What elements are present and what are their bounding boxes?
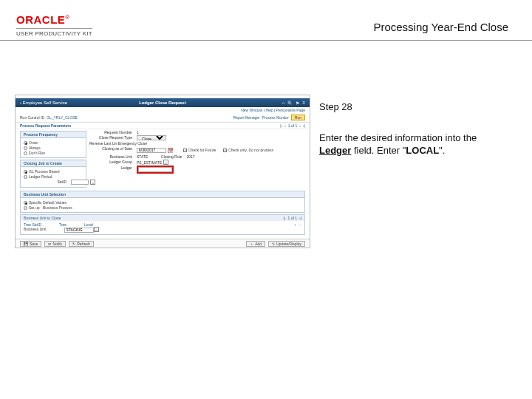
bu-row-lookup-icon[interactable]: ⌕ [94,227,99,232]
header-divider [0,40,532,41]
chk-future[interactable] [183,149,187,152]
asof-input[interactable] [137,148,166,153]
bu-pager-text: 1 of 1 [288,216,298,220]
freq-once-radio[interactable] [24,141,27,145]
home-icon[interactable]: ⌂ [282,100,285,106]
bu-row-label: Business Unit [24,227,47,233]
instr-local-word: LOCAL [406,145,439,156]
ledger-input[interactable] [138,167,172,172]
req-pager: |‹ ‹ 1 of 1 › ›| [280,123,305,128]
app-footer: 💾Save ✉Notify ↻Refresh ＋Add ✎Update/Disp… [16,239,310,248]
run-button[interactable]: Run [291,115,305,120]
instr-seg-b: field. Enter " [351,145,406,156]
freq-header: Process Frequency [21,132,86,138]
unit-value: STATE [137,154,148,159]
nav-crumbs[interactable]: New Window | Help | Personalize Page [16,107,310,113]
run-control-row: Run Control ID GL_YRLY_CLOSE Report Mana… [16,113,310,123]
bu-pager: |‹ 1 of 1 ›| [284,216,301,220]
instr-seg-a: Enter the desired information into the [319,132,477,143]
oracle-wordmark: ORACLE [16,13,65,26]
req-num-label: Request Number [89,130,132,134]
freq-dont-label: Don't Run [29,151,45,155]
process-monitor-link[interactable]: Process Monitor [262,115,289,120]
pager-next[interactable]: › [299,123,301,128]
chk-future-label: Check for Future [188,148,216,152]
instruction-text: Enter the desired information into the L… [319,132,511,157]
oracle-logo: ORACLE® [16,13,92,27]
plus-icon: ＋ [250,242,253,246]
report-mgr-link[interactable]: Report Manager [233,115,260,120]
update-display-button[interactable]: ✎Update/Display [268,241,305,247]
runctl-label: Run Control ID [20,115,44,120]
refresh-icon: ↻ [72,242,75,246]
process-frequency-panel: Process Frequency Once Always Don't Run [20,131,86,158]
page-title: Processing Year-End Close [373,21,508,33]
bu-row-input[interactable] [64,228,94,233]
notify-icon: ✉ [48,242,51,246]
upk-subtitle: USER PRODUCTIVITY KIT [16,28,92,37]
freq-dont-radio[interactable] [24,151,27,155]
ledger-field-highlight [137,166,174,174]
setid-input[interactable] [71,180,89,185]
nav-page-title: Ledger Close Request [139,100,185,105]
bu-header-label: Business Unit to Close [24,216,61,220]
refresh-button[interactable]: ↻Refresh [69,241,94,247]
app-navbar: ‹ Employee Self Service Ledger Close Req… [16,98,310,107]
sel-group-label: Set up - Business Process [29,205,72,210]
bu-pager-last[interactable]: ›| [299,216,301,220]
setid-label: SetID [24,180,66,185]
rule-label: Closing Rule [152,154,182,159]
add-button[interactable]: ＋Add [246,241,265,247]
sel-values-label: Specific Default Values [29,200,66,205]
journal-b-label: Ledger Period [29,174,52,179]
bu-pager-first[interactable]: |‹ [284,216,286,220]
search-icon[interactable]: 🔍 [287,100,293,106]
selection-panel: Business Unit Selection Specific Default… [20,191,305,213]
instr-seg-c: ". [439,145,445,156]
flag-icon[interactable]: ⚑ [296,100,299,106]
ledger-label: Ledger [89,166,132,174]
pager-prev[interactable]: ‹ [284,123,286,128]
asof-label: Closing as of Date [89,146,132,154]
bu-row-add[interactable]: ＋ － [293,222,301,227]
req-header: Process Request Parameters [20,123,71,128]
pager-pos: 1 of 1 [288,123,298,128]
group-label: Ledger Group [89,160,132,165]
bu-grid-body: Tree SetID Tree Level ＋ － Business Unit … [20,221,305,235]
group-lookup-icon[interactable]: ⌕ [163,160,168,165]
group-value: PS_ESTIMATE [137,160,162,165]
chk-only-label: Check only, Do not process [228,148,273,152]
notify-button[interactable]: ✉Notify [44,241,66,247]
runctl-value: GL_YRLY_CLOSE [47,115,78,120]
sel-group-radio[interactable] [24,206,27,210]
request-bar: Process Request Parameters |‹ ‹ 1 of 1 ›… [16,123,310,129]
step-number: Step 28 [319,100,511,114]
pager-first[interactable]: |‹ [280,123,282,128]
sel-values-radio[interactable] [24,201,27,205]
update-icon: ✎ [272,242,275,246]
menu-icon[interactable]: ≡ [302,100,305,106]
chk-only[interactable] [223,149,227,152]
oracle-tm: ® [65,14,69,21]
close-req-select[interactable]: Close [137,135,166,140]
freq-always-label: Always [29,146,41,150]
req-num-value: 1 [137,130,139,134]
journal-b-radio[interactable] [24,175,27,179]
brand-block: ORACLE® USER PRODUCTIVITY KIT [16,13,92,37]
reverse-label: Reverse Last Un Emergency Close [89,141,147,146]
close-req-label: Close Request Type [89,135,132,140]
calendar-icon[interactable]: 📅 [168,148,173,153]
instr-ledger-word: Ledger [319,145,351,156]
journal-header: Closing Job to Create [21,160,86,167]
freq-once-label: Once [29,140,38,145]
instruction-panel: Step 28 Enter the desired information in… [319,100,511,157]
app-screenshot: ‹ Employee Self Service Ledger Close Req… [15,95,310,248]
journal-gl-radio[interactable] [24,170,27,174]
save-button[interactable]: 💾Save [20,241,41,247]
pager-last[interactable]: ›| [303,123,305,128]
selection-header: Business Unit Selection [21,191,304,198]
journal-gl-label: GL Process Based [29,169,60,174]
freq-always-radio[interactable] [24,146,27,150]
rule-value: 2017 [186,154,194,159]
unit-label: Business Unit [89,154,132,159]
